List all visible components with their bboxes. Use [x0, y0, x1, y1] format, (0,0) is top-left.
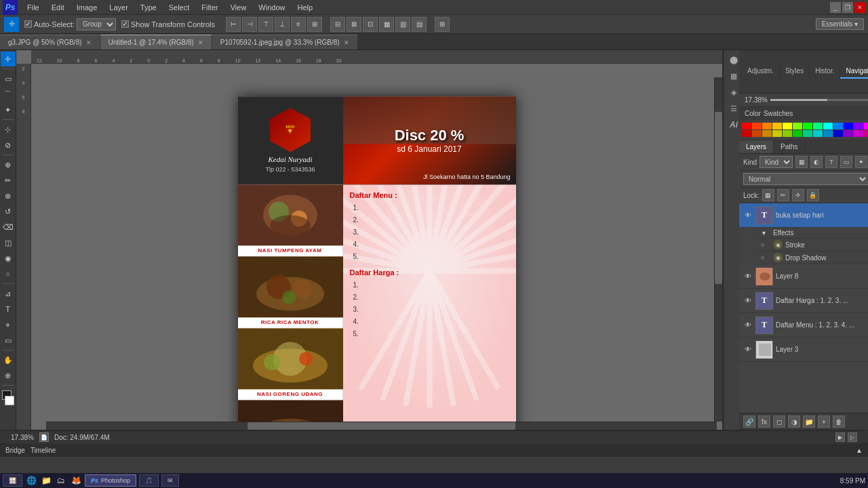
taskbar-icon-browser[interactable]: 🌐 — [25, 474, 37, 487]
color-swatch[interactable] — [783, 130, 792, 137]
stroke-visibility-icon[interactable]: ○ — [761, 241, 770, 248]
crop-tool-button[interactable]: ⊹ — [1, 122, 16, 137]
background-color[interactable] — [5, 396, 14, 405]
shape-tool-button[interactable]: ▭ — [1, 333, 16, 348]
zoom-slider[interactable] — [770, 99, 868, 101]
layer-item-3[interactable]: 👁 Layer 3 — [739, 338, 868, 362]
lock-transparent-icon[interactable]: ▦ — [762, 189, 774, 201]
hand-tool-button[interactable]: ✋ — [1, 352, 16, 367]
menu-layer[interactable]: Layer — [104, 2, 134, 13]
layer-item-daftar-harga[interactable]: 👁 T Daftar Harga : 1. 2. 3. ... — [739, 289, 868, 313]
taskbar-icon-firefox[interactable]: 🦊 — [70, 474, 82, 487]
taskbar-icon-files[interactable]: 📁 — [40, 474, 52, 487]
align-left-icon[interactable]: ⊢ — [226, 17, 241, 32]
bridge-label[interactable]: Bridge — [5, 447, 25, 454]
menu-edit[interactable]: Edit — [46, 2, 70, 13]
layers-filter-dropdown[interactable]: Kind — [760, 156, 793, 168]
color-tab[interactable]: Color — [745, 110, 761, 117]
color-swatch[interactable] — [864, 123, 868, 129]
menu-window[interactable]: Window — [253, 2, 290, 13]
panel-tab-adjustments[interactable]: Adjustm. — [742, 64, 780, 79]
swatches-icon[interactable]: ▦ — [727, 69, 741, 83]
timeline-label[interactable]: Timeline — [31, 447, 56, 454]
effect-expand-icon[interactable]: ▼ — [761, 230, 770, 237]
color-swatch[interactable] — [823, 123, 833, 129]
panel-tab-history[interactable]: Histor. — [810, 64, 840, 79]
align-top-icon[interactable]: ⊥ — [275, 17, 290, 32]
new-fill-button[interactable]: ◑ — [788, 415, 800, 428]
distribute-left-icon[interactable]: ⊟ — [330, 17, 345, 32]
close-button[interactable]: ✕ — [854, 2, 865, 13]
taskbar-start[interactable]: 🪟 — [3, 474, 22, 487]
layer-item-8[interactable]: 👁 Layer 8 — [739, 264, 868, 289]
lasso-tool-button[interactable]: ⌒ — [1, 87, 16, 102]
new-group-button[interactable]: 📁 — [803, 415, 815, 428]
h-scroll-thumb[interactable] — [248, 422, 516, 430]
layers-tab[interactable]: Layers — [739, 140, 774, 153]
healing-tool-button[interactable]: ⊕ — [1, 157, 16, 172]
type-tool-button[interactable]: T — [1, 302, 16, 317]
wand-tool-button[interactable]: ✦ — [1, 102, 16, 117]
distribute-bottom-icon[interactable]: ▤ — [412, 17, 427, 32]
distribute-center-icon[interactable]: ⊠ — [347, 17, 361, 32]
tab-p1070592[interactable]: P1070592-1.jpeg.jpg @ 33.3% (RGB/8) ✕ — [212, 35, 358, 49]
color-swatch[interactable] — [772, 123, 782, 129]
align-right-icon[interactable]: ⊤ — [258, 17, 273, 32]
add-style-button[interactable]: fx — [758, 415, 770, 428]
distribute-right-icon[interactable]: ⊡ — [363, 17, 378, 32]
align-middle-icon[interactable]: ≡ — [291, 17, 306, 32]
menu-help[interactable]: Help — [292, 2, 318, 13]
panel-tab-styles[interactable]: Styles — [780, 64, 810, 79]
lock-position-icon[interactable]: ✛ — [792, 189, 804, 201]
blur-tool-button[interactable]: ◉ — [1, 251, 16, 266]
color-swatch-container[interactable] — [1, 390, 16, 405]
color-swatch[interactable] — [854, 123, 863, 129]
align-center-icon[interactable]: ⊣ — [242, 17, 257, 32]
filter-pixel-icon[interactable]: ▦ — [795, 156, 808, 168]
clone-tool-button[interactable]: ⊗ — [1, 188, 16, 203]
align-bottom-icon[interactable]: ⊞ — [307, 17, 322, 32]
filter-adjust-icon[interactable]: ◐ — [810, 156, 823, 168]
v-scroll-thumb[interactable] — [715, 112, 722, 284]
status-play-icon[interactable]: ▶ — [835, 432, 845, 442]
lock-image-icon[interactable]: ✏ — [777, 189, 789, 201]
vertical-scrollbar[interactable] — [714, 77, 722, 422]
link-layers-button[interactable]: 🔗 — [743, 415, 755, 428]
adjust-icon[interactable]: ☰ — [727, 102, 741, 115]
color-swatch[interactable] — [752, 130, 762, 137]
layer-visibility-icon-buka[interactable]: 👁 — [743, 211, 753, 220]
color-swatch[interactable] — [742, 130, 751, 137]
ai-icon[interactable]: Ai — [727, 118, 741, 131]
menu-view[interactable]: View — [225, 2, 252, 13]
horizontal-scrollbar[interactable] — [46, 422, 717, 430]
color-swatch[interactable] — [854, 130, 863, 137]
zoom-tool-button[interactable]: ⊕ — [1, 368, 16, 383]
layer-item-buka[interactable]: 👁 T buka setiap hari fx — [739, 203, 868, 228]
menu-type[interactable]: Type — [135, 2, 162, 13]
brush-tool-button[interactable]: ✏ — [1, 173, 16, 188]
arrange-icon[interactable]: ⊞ — [435, 17, 450, 32]
blend-mode-dropdown[interactable]: Normal — [743, 173, 868, 185]
layer-visibility-icon-daftar-harga[interactable]: 👁 — [743, 296, 753, 306]
color-swatch[interactable] — [844, 130, 853, 137]
layer-item-daftar-menu[interactable]: 👁 T Daftar Menu : 1. 2. 3. 4. ... — [739, 313, 868, 338]
minimize-button[interactable]: _ — [830, 2, 841, 13]
swatches-tab[interactable]: Swatches — [764, 110, 793, 117]
add-mask-button[interactable]: ◻ — [773, 415, 785, 428]
move-tool-icon[interactable]: ✛ — [4, 17, 19, 32]
tab-untitled1-close[interactable]: ✕ — [198, 39, 203, 46]
taskbar-btn-mail[interactable]: ✉ — [161, 474, 179, 487]
gradient-tool-button[interactable]: ◫ — [1, 235, 16, 250]
drop-shadow-visibility-icon[interactable]: ○ — [761, 254, 770, 261]
history-brush-button[interactable]: ↺ — [1, 204, 16, 219]
new-layer-button[interactable]: + — [818, 415, 830, 428]
color-swatch[interactable] — [844, 123, 853, 129]
filter-shape-icon[interactable]: ▭ — [840, 156, 852, 168]
filter-smart-icon[interactable]: ✦ — [855, 156, 867, 168]
color-swatch[interactable] — [813, 130, 823, 137]
paths-tab[interactable]: Paths — [774, 140, 806, 153]
color-swatch[interactable] — [813, 123, 823, 129]
styles-icon[interactable]: ◈ — [727, 85, 741, 99]
distribute-top-icon[interactable]: ▦ — [379, 17, 394, 32]
color-swatch[interactable] — [793, 130, 802, 137]
